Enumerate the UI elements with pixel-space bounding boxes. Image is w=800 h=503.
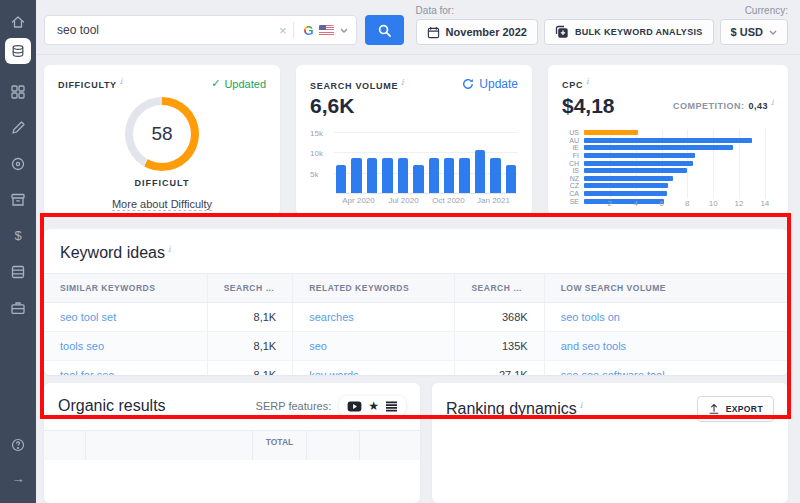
keyword-ideas-title: Keyword ideasi [44, 229, 788, 273]
keyword-volume: 8,1K [208, 332, 294, 361]
info-icon[interactable]: i [401, 78, 404, 87]
header-related-keywords[interactable]: RELATED KEYWORDS [293, 274, 455, 302]
app-window: $ → × G [0, 0, 800, 503]
star-icon[interactable]: ★ [368, 400, 379, 412]
sidebar-item-dashboard[interactable] [0, 80, 36, 104]
keyword-link[interactable]: tool for seo [60, 369, 114, 375]
search-input[interactable] [57, 23, 272, 37]
magnifier-icon [377, 23, 392, 38]
table-row: seo tool set 8,1K searches 368K seo tool… [44, 303, 788, 332]
volume-bar [444, 158, 454, 193]
sidebar-item-exit[interactable]: → [0, 467, 36, 491]
keyword-link[interactable]: seo tool set [60, 311, 116, 323]
keyword-volume: 27,1K [455, 361, 544, 375]
currency-group: Currency: $ USD [720, 5, 788, 45]
sidebar-item-archive[interactable] [0, 188, 36, 212]
organic-results-card: Organic results SERP features: ★ TOTAL [44, 383, 420, 503]
header-similar-keywords[interactable]: SIMILAR KEYWORDS [44, 274, 208, 302]
sidebar: $ → [0, 0, 36, 503]
more-about-difficulty-link[interactable]: More about Difficulty [112, 198, 212, 211]
sidebar-item-help[interactable] [0, 433, 36, 457]
info-icon[interactable]: i [168, 245, 171, 254]
cpc-country-row: FI [562, 152, 770, 160]
organic-results-table-header: TOTAL [44, 430, 420, 460]
search-volume-card: SEARCH VOLUMEi Update 6,6K 5k10k15k Apr … [296, 65, 532, 215]
keyword-volume: 8,1K [208, 361, 294, 375]
info-icon[interactable]: i [771, 98, 774, 107]
cpc-country-row: IE [562, 144, 770, 152]
header-search-vol-2[interactable]: SEARCH VOL. [455, 274, 544, 302]
dollar-icon: $ [10, 228, 26, 244]
sidebar-item-database[interactable] [0, 260, 36, 284]
cpc-bars: USAUIEFICHISNZCZCASE [562, 129, 774, 205]
volume-bar [336, 165, 346, 194]
target-icon [10, 156, 26, 172]
keyword-link[interactable]: and seo tools [561, 340, 626, 352]
briefcase-icon [10, 300, 26, 316]
search-bar: × G [44, 15, 357, 45]
volume-bar [429, 158, 439, 193]
keyword-link[interactable]: seo seo software tool [561, 369, 665, 375]
sidebar-item-editor[interactable] [0, 116, 36, 140]
sidebar-item-target[interactable] [0, 152, 36, 176]
difficulty-gauge: 58 [125, 97, 199, 171]
sidebar-bottom-group: → [0, 433, 36, 491]
export-button[interactable]: EXPORT [697, 396, 774, 422]
keyword-link[interactable]: tools seo [60, 340, 104, 352]
keyword-link[interactable]: seo [309, 340, 327, 352]
cpc-country-row: NZ [562, 175, 770, 183]
volume-bar [382, 158, 392, 193]
keyword-table-header: SIMILAR KEYWORDS SEARCH VOL. RELATED KEY… [44, 273, 788, 303]
keyword-volume: 368K [455, 303, 544, 332]
info-icon[interactable]: i [120, 77, 123, 86]
video-icon[interactable] [347, 401, 362, 412]
cpc-bar [584, 168, 687, 173]
region-chevron-down-icon[interactable] [340, 28, 348, 33]
bulk-keyword-analysis-button[interactable]: BULK KEYWORD ANALYSIS [544, 19, 714, 45]
calendar-icon [427, 26, 440, 39]
cpc-chart: USAUIEFICHISNZCZCASE 2468101214 [562, 129, 774, 209]
cpc-country-row: AU [562, 137, 770, 145]
archive-icon [10, 192, 26, 208]
date-picker-button[interactable]: November 2022 [416, 19, 538, 45]
updated-badge: ✓Updated [211, 77, 266, 90]
keyword-link[interactable]: searches [309, 311, 354, 323]
list-icon[interactable] [385, 401, 398, 412]
cpc-country-row: CH [562, 159, 770, 167]
home-icon [10, 14, 26, 30]
header-low-search-volume[interactable]: LOW SEARCH VOLUME [545, 274, 788, 302]
search-button[interactable] [365, 15, 404, 45]
cpc-country-row: CZ [562, 182, 770, 190]
table-row: tool for seo 8,1K key words 27,1K seo se… [44, 361, 788, 375]
header-search-vol-1[interactable]: SEARCH VOL. [208, 274, 294, 302]
keyword-ideas-card: Keyword ideasi SIMILAR KEYWORDS SEARCH V… [44, 229, 788, 375]
info-icon[interactable]: i [586, 77, 589, 86]
keyword-link[interactable]: key words [309, 369, 359, 375]
update-link[interactable]: Update [462, 77, 518, 91]
cpc-bar [584, 183, 668, 188]
volume-bar [413, 165, 423, 194]
cpc-bar [584, 153, 695, 158]
volume-bar [351, 158, 361, 193]
main-content: × G Data for: November 2022 [36, 0, 800, 503]
currency-label: Currency: [745, 5, 788, 16]
topbar: × G Data for: November 2022 [36, 0, 800, 55]
difficulty-title: DIFFICULTYi [58, 77, 123, 90]
keyword-link[interactable]: seo tools on [561, 311, 620, 323]
data-for-group: Data for: November 2022 [416, 5, 538, 45]
keyword-volume: 8,1K [208, 303, 294, 332]
sidebar-item-portfolio[interactable] [0, 296, 36, 320]
cpc-value: $4,18 [562, 94, 615, 118]
data-for-label: Data for: [416, 5, 538, 16]
difficulty-value: 58 [133, 105, 191, 163]
currency-select[interactable]: $ USD [720, 19, 788, 45]
export-icon [708, 403, 720, 415]
volume-bar [459, 158, 469, 193]
sidebar-item-pricing[interactable]: $ [0, 224, 36, 248]
sidebar-item-home[interactable] [0, 10, 36, 34]
info-icon[interactable]: i [580, 401, 583, 410]
keyword-volume: 135K [455, 332, 544, 361]
google-icon: G [294, 23, 318, 38]
clear-search-icon[interactable]: × [272, 23, 294, 38]
sidebar-item-keyword-research[interactable] [5, 38, 31, 64]
